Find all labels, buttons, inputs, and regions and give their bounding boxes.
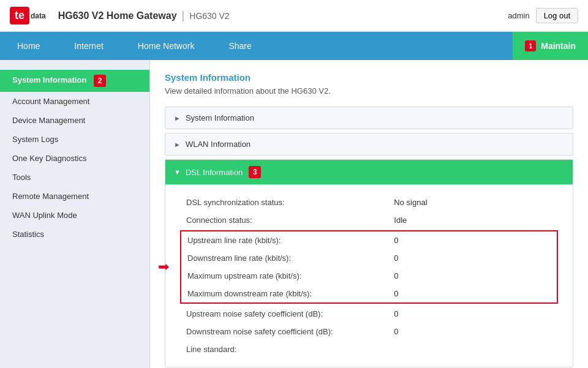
sidebar-item-system-logs[interactable]: System Logs	[0, 130, 149, 149]
sidebar-item-label: System Information	[12, 75, 86, 84]
sidebar-item-label: Statistics	[12, 230, 44, 239]
dsl-info-table-bottom: Upstream noise safety coefficient (dB): …	[180, 305, 558, 358]
table-row: Maximum downstream rate (kbit/s): 0	[181, 285, 557, 302]
table-row: Downstream line rate (kbit/s): 0	[181, 249, 557, 267]
accordion-label: DSL Information	[186, 168, 243, 177]
field-label: Maximum downstream rate (kbit/s):	[181, 285, 388, 302]
table-row: Maximum upstream rate (kbit/s): 0	[181, 267, 557, 285]
field-value: 0	[388, 249, 557, 267]
main-nav: Home Internet Home Network Share 1 Maint…	[0, 32, 588, 60]
field-value: 0	[388, 267, 557, 285]
sidebar-item-label: Device Management	[12, 116, 85, 125]
accordion-label: WLAN Information	[186, 140, 251, 149]
nav-item-internet[interactable]: Internet	[57, 32, 120, 60]
table-row: DSL synchronization status: No signal	[180, 193, 558, 211]
accordion-label: System Information	[186, 113, 254, 122]
accordion-wlan-information: ► WLAN Information	[165, 133, 573, 156]
sidebar-item-system-information[interactable]: System Information 2	[0, 70, 149, 92]
sidebar-item-label: Account Management	[12, 97, 89, 106]
header-divider: |	[182, 9, 185, 22]
header-subtitle: HG630 V2	[189, 11, 229, 21]
maintain-label: Maintain	[541, 41, 576, 51]
accordion-wlan-header[interactable]: ► WLAN Information	[165, 133, 573, 155]
page-header: te data HG630 V2 Home Gateway | HG630 V2…	[0, 0, 588, 32]
header-right: admin Log out	[508, 8, 578, 23]
field-label: Downstream line rate (kbit/s):	[181, 249, 388, 267]
system-information-badge: 2	[94, 75, 106, 87]
main-layout: System Information 2 Account Management …	[0, 60, 588, 368]
sidebar-item-statistics[interactable]: Statistics	[0, 225, 149, 244]
nav-item-maintain[interactable]: 1 Maintain	[513, 32, 588, 60]
maintain-badge: 1	[525, 40, 536, 51]
field-value: 0	[388, 285, 557, 302]
table-row: Upstream line rate (kbit/s): 0	[181, 231, 557, 249]
sidebar-item-tools[interactable]: Tools	[0, 168, 149, 187]
sidebar-item-account-management[interactable]: Account Management	[0, 92, 149, 111]
table-row: Line standard:	[180, 340, 558, 358]
sidebar-item-device-management[interactable]: Device Management	[0, 111, 149, 130]
table-row: Connection status: Idle	[180, 211, 558, 229]
accordion-system-information: ► System Information	[165, 107, 573, 129]
dsl-badge: 3	[249, 166, 261, 178]
field-value: Idle	[388, 211, 558, 229]
content-title: System Information	[165, 72, 573, 83]
field-label: Upstream noise safety coefficient (dB):	[180, 305, 388, 323]
sidebar-item-label: Remote Management	[12, 192, 89, 201]
logout-button[interactable]: Log out	[536, 8, 578, 23]
highlighted-dsl-rows: ➡ Upstream line rate (kbit/s): 0 Downstr…	[180, 230, 558, 304]
sidebar-item-one-key-diagnostics[interactable]: One Key Diagnostics	[0, 149, 149, 168]
dsl-info-table: DSL synchronization status: No signal Co…	[180, 193, 558, 229]
red-arrow-annotation: ➡	[158, 259, 169, 275]
field-value: 0	[388, 323, 558, 340]
chevron-right-icon: ►	[174, 115, 181, 122]
field-value: 0	[388, 231, 557, 249]
field-label: Upstream line rate (kbit/s):	[181, 231, 388, 249]
chevron-down-icon: ▼	[174, 168, 181, 176]
field-value: No signal	[388, 193, 558, 211]
logo-icon: te	[10, 7, 29, 24]
sidebar-item-wan-uplink-mode[interactable]: WAN Uplink Mode	[0, 206, 149, 225]
nav-item-home-network[interactable]: Home Network	[121, 32, 212, 60]
table-row: Downstream noise safety coefficient (dB)…	[180, 323, 558, 340]
dsl-highlighted-table: Upstream line rate (kbit/s): 0 Downstrea…	[181, 231, 557, 302]
sidebar-item-remote-management[interactable]: Remote Management	[0, 187, 149, 206]
field-value	[388, 340, 558, 358]
field-value: 0	[388, 305, 558, 323]
field-label: Maximum upstream rate (kbit/s):	[181, 267, 388, 285]
logo-te: te	[15, 9, 24, 22]
accordion-system-information-header[interactable]: ► System Information	[165, 107, 573, 129]
logo: te data	[10, 7, 46, 24]
accordion-dsl-information: ▼ DSL Information 3 DSL synchronization …	[165, 159, 573, 367]
field-label: Connection status:	[180, 211, 388, 229]
sidebar-item-label: System Logs	[12, 135, 58, 144]
content-description: View detailed information about the HG63…	[165, 86, 573, 96]
field-label: DSL synchronization status:	[180, 193, 388, 211]
admin-label: admin	[508, 11, 529, 20]
field-label: Downstream noise safety coefficient (dB)…	[180, 323, 388, 340]
nav-item-share[interactable]: Share	[211, 32, 268, 60]
sidebar-item-label: WAN Uplink Mode	[12, 211, 77, 220]
accordion-dsl-header[interactable]: ▼ DSL Information 3	[165, 160, 573, 184]
sidebar-item-label: Tools	[12, 173, 31, 182]
logo-data-text: data	[31, 12, 46, 20]
sidebar-item-label: One Key Diagnostics	[12, 154, 86, 163]
dsl-accordion-body: DSL synchronization status: No signal Co…	[165, 184, 573, 367]
header-title: HG630 V2 Home Gateway	[58, 10, 177, 21]
sidebar: System Information 2 Account Management …	[0, 60, 150, 368]
nav-item-home[interactable]: Home	[0, 32, 57, 60]
field-label: Line standard:	[180, 340, 388, 358]
table-row: Upstream noise safety coefficient (dB): …	[180, 305, 558, 323]
main-content: System Information View detailed informa…	[150, 60, 588, 368]
nav-spacer	[269, 32, 513, 60]
chevron-right-icon: ►	[174, 141, 181, 148]
